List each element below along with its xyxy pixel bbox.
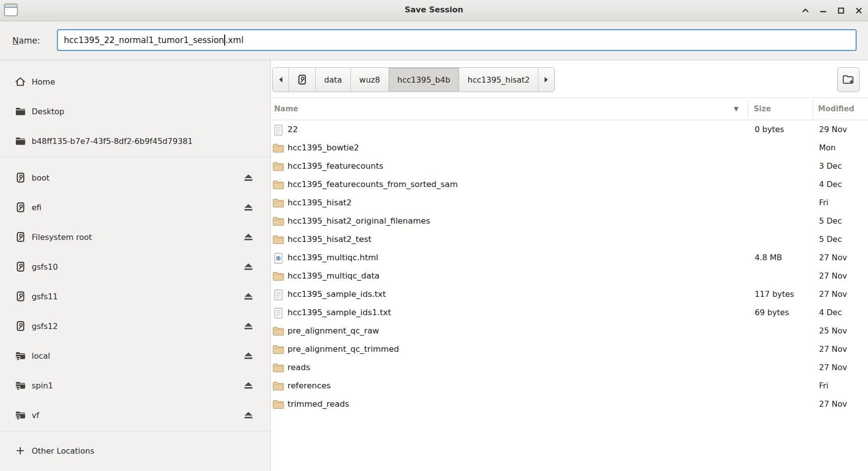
- eject-button[interactable]: [242, 410, 254, 421]
- eject-icon: [243, 263, 254, 271]
- sidebar-item-label: spin1: [32, 381, 53, 390]
- sidebar-item-label: boot: [32, 173, 49, 183]
- sidebar-item-gsfs10[interactable]: gsfs10: [0, 252, 270, 282]
- sidebar-item-label: Home: [32, 77, 55, 87]
- sidebar-item-local[interactable]: local: [0, 341, 270, 371]
- sidebar-item-label: Other Locations: [32, 446, 95, 456]
- path-crumb-wuz8[interactable]: wuz8: [351, 68, 389, 92]
- path-crumb-label: hcc1395_b4b: [397, 75, 450, 85]
- file-row[interactable]: hcc1395_bowtie2Mon: [271, 139, 868, 157]
- file-row[interactable]: reads27 Nov: [271, 359, 868, 377]
- eject-icon: [243, 381, 254, 390]
- eject-button[interactable]: [242, 232, 254, 242]
- eject-button[interactable]: [242, 261, 254, 272]
- file-row[interactable]: hcc1395_hisat2_original_filenames5 Dec: [271, 212, 868, 231]
- sidebar-item-home[interactable]: Home: [0, 67, 270, 96]
- sidebar-item-desktop[interactable]: Desktop: [0, 96, 270, 126]
- close-button[interactable]: [853, 5, 864, 16]
- eject-icon: [243, 292, 254, 301]
- file-row[interactable]: trimmed_reads27 Nov: [271, 395, 868, 414]
- sidebar-item-b48ff135-b7e7-43f5-8df2-6b9f45d79381[interactable]: b48ff135-b7e7-43f5-8df2-6b9f45d79381: [0, 126, 270, 156]
- file-row[interactable]: hcc1395_featurecounts3 Dec: [271, 157, 868, 176]
- network-folder-icon: [15, 352, 25, 360]
- file-row[interactable]: hcc1395_hisat2Fri: [271, 194, 868, 212]
- folder-file-icon: [273, 143, 284, 153]
- filename-input[interactable]: hcc1395_22_normal1_tumor1_session.xml: [57, 29, 857, 51]
- path-crumb-hcc1395_hisat2[interactable]: hcc1395_hisat2: [459, 68, 539, 92]
- sidebar-item-vf[interactable]: vf: [0, 400, 270, 430]
- file-row[interactable]: hcc1395_sample_ids.txt117 bytes27 Nov: [271, 285, 868, 304]
- file-modified: 27 Nov: [819, 395, 847, 414]
- file-modified: Fri: [819, 377, 828, 395]
- file-name: hcc1395_bowtie2: [288, 139, 359, 157]
- column-header-name[interactable]: Name: [274, 98, 298, 121]
- file-row[interactable]: pre_alignment_qc_trimmed27 Nov: [271, 340, 868, 359]
- sidebar-item-label: Desktop: [32, 107, 64, 116]
- sidebar-item-boot[interactable]: boot: [0, 163, 270, 192]
- file-modified: 25 Nov: [819, 322, 847, 340]
- drive-icon: [16, 321, 25, 331]
- folder-icon: [15, 107, 25, 115]
- sidebar-item-gsfs12[interactable]: gsfs12: [0, 311, 270, 341]
- list-header: Name ▼ Size Modified: [271, 97, 868, 120]
- eject-icon: [243, 322, 254, 330]
- eject-button[interactable]: [242, 321, 254, 331]
- path-root-button[interactable]: [289, 68, 316, 92]
- minimize-button[interactable]: [818, 5, 828, 16]
- path-crumb-data[interactable]: data: [316, 68, 351, 92]
- file-row[interactable]: 220 bytes29 Nov: [271, 121, 868, 139]
- folder-file-icon: [273, 381, 284, 391]
- path-crumb-hcc1395_b4b[interactable]: hcc1395_b4b: [389, 68, 459, 92]
- folder-file-icon: [273, 235, 284, 244]
- file-row[interactable]: referencesFri: [271, 377, 868, 395]
- chevron-right-icon: [543, 76, 549, 83]
- sidebar-item-label: gsfs12: [32, 322, 58, 331]
- file-row[interactable]: hcc1395_sample_ids1.txt69 bytes4 Dec: [271, 304, 868, 322]
- file-row[interactable]: hcc1395_hisat2_test5 Dec: [271, 231, 868, 249]
- maximize-button[interactable]: [835, 5, 846, 16]
- folder-icon: [15, 137, 25, 145]
- sidebar-item-efi[interactable]: efi: [0, 192, 270, 222]
- sidebar-item-filesystem-root[interactable]: Filesystem root: [0, 222, 270, 252]
- column-header-size[interactable]: Size: [754, 98, 771, 121]
- eject-button[interactable]: [242, 202, 254, 213]
- sidebar-item-spin1[interactable]: spin1: [0, 371, 270, 400]
- file-name: trimmed_reads: [288, 395, 349, 414]
- file-modified: 4 Dec: [819, 176, 842, 194]
- file-modified: Fri: [819, 194, 828, 212]
- folder-file-icon: [273, 327, 284, 336]
- pathbar: datawuz8hcc1395_b4bhcc1395_hisat2: [272, 67, 555, 92]
- file-name: reads: [288, 359, 310, 377]
- eject-icon: [243, 233, 254, 241]
- column-header-modified[interactable]: Modified: [818, 98, 854, 121]
- path-back-button[interactable]: [273, 68, 289, 92]
- folder-file-icon: [273, 162, 284, 171]
- eject-button[interactable]: [242, 350, 254, 361]
- file-name: hcc1395_sample_ids1.txt: [288, 304, 391, 322]
- sidebar-item-other-locations[interactable]: Other Locations: [0, 436, 270, 466]
- file-row[interactable]: hcc1395_featurecounts_from_sorted_sam4 D…: [271, 176, 868, 194]
- html-file-icon: [274, 253, 283, 264]
- eject-button[interactable]: [242, 172, 254, 183]
- create-folder-button[interactable]: [837, 67, 860, 92]
- eject-button[interactable]: [242, 291, 254, 302]
- file-modified: Mon: [819, 139, 836, 157]
- sidebar-item-label: local: [32, 351, 50, 361]
- sidebar-item-gsfs11[interactable]: gsfs11: [0, 282, 270, 311]
- file-modified: 27 Nov: [819, 340, 847, 359]
- file-row[interactable]: hcc1395_multiqc_data27 Nov: [271, 267, 868, 285]
- shade-button[interactable]: [800, 5, 811, 16]
- text-file-icon: [274, 125, 283, 136]
- eject-button[interactable]: [242, 380, 254, 391]
- file-name: pre_alignment_qc_raw: [288, 322, 379, 340]
- file-name: hcc1395_featurecounts: [288, 157, 384, 176]
- path-crumb-label: data: [324, 75, 342, 85]
- sort-descending-icon: ▼: [734, 98, 738, 121]
- eject-icon: [243, 352, 254, 360]
- file-name: hcc1395_hisat2_test: [288, 231, 372, 249]
- file-name: hcc1395_hisat2_original_filenames: [288, 212, 430, 231]
- file-name: hcc1395_hisat2: [288, 194, 352, 212]
- path-forward-button[interactable]: [538, 68, 554, 92]
- file-row[interactable]: hcc1395_multiqc.html4.8 MB27 Nov: [271, 249, 868, 267]
- file-row[interactable]: pre_alignment_qc_raw25 Nov: [271, 322, 868, 340]
